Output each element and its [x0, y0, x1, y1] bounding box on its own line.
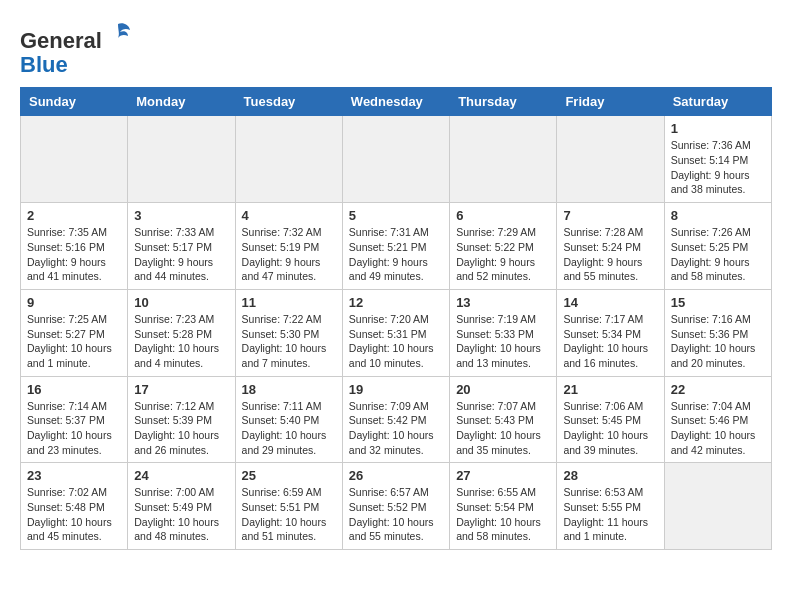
calendar-cell: 8Sunrise: 7:26 AM Sunset: 5:25 PM Daylig…	[664, 203, 771, 290]
col-header-wednesday: Wednesday	[342, 88, 449, 116]
calendar-cell: 18Sunrise: 7:11 AM Sunset: 5:40 PM Dayli…	[235, 376, 342, 463]
calendar-cell: 5Sunrise: 7:31 AM Sunset: 5:21 PM Daylig…	[342, 203, 449, 290]
day-number: 15	[671, 295, 765, 310]
calendar-cell: 21Sunrise: 7:06 AM Sunset: 5:45 PM Dayli…	[557, 376, 664, 463]
calendar-cell: 16Sunrise: 7:14 AM Sunset: 5:37 PM Dayli…	[21, 376, 128, 463]
calendar-cell	[342, 116, 449, 203]
col-header-monday: Monday	[128, 88, 235, 116]
calendar-cell: 23Sunrise: 7:02 AM Sunset: 5:48 PM Dayli…	[21, 463, 128, 550]
day-info: Sunrise: 7:35 AM Sunset: 5:16 PM Dayligh…	[27, 225, 121, 284]
day-number: 3	[134, 208, 228, 223]
day-info: Sunrise: 7:19 AM Sunset: 5:33 PM Dayligh…	[456, 312, 550, 371]
calendar-cell	[235, 116, 342, 203]
day-number: 9	[27, 295, 121, 310]
day-number: 26	[349, 468, 443, 483]
day-info: Sunrise: 7:32 AM Sunset: 5:19 PM Dayligh…	[242, 225, 336, 284]
calendar-cell: 10Sunrise: 7:23 AM Sunset: 5:28 PM Dayli…	[128, 289, 235, 376]
day-number: 14	[563, 295, 657, 310]
day-info: Sunrise: 6:53 AM Sunset: 5:55 PM Dayligh…	[563, 485, 657, 544]
day-info: Sunrise: 7:33 AM Sunset: 5:17 PM Dayligh…	[134, 225, 228, 284]
day-number: 28	[563, 468, 657, 483]
day-number: 24	[134, 468, 228, 483]
week-row-5: 23Sunrise: 7:02 AM Sunset: 5:48 PM Dayli…	[21, 463, 772, 550]
week-row-1: 1Sunrise: 7:36 AM Sunset: 5:14 PM Daylig…	[21, 116, 772, 203]
calendar-cell: 6Sunrise: 7:29 AM Sunset: 5:22 PM Daylig…	[450, 203, 557, 290]
day-info: Sunrise: 7:09 AM Sunset: 5:42 PM Dayligh…	[349, 399, 443, 458]
week-row-4: 16Sunrise: 7:14 AM Sunset: 5:37 PM Dayli…	[21, 376, 772, 463]
logo-general: General	[20, 28, 102, 53]
day-info: Sunrise: 7:36 AM Sunset: 5:14 PM Dayligh…	[671, 138, 765, 197]
calendar-cell: 9Sunrise: 7:25 AM Sunset: 5:27 PM Daylig…	[21, 289, 128, 376]
calendar-cell: 13Sunrise: 7:19 AM Sunset: 5:33 PM Dayli…	[450, 289, 557, 376]
logo-bird-icon	[104, 20, 132, 48]
calendar-cell: 24Sunrise: 7:00 AM Sunset: 5:49 PM Dayli…	[128, 463, 235, 550]
day-number: 2	[27, 208, 121, 223]
calendar-cell	[450, 116, 557, 203]
week-row-2: 2Sunrise: 7:35 AM Sunset: 5:16 PM Daylig…	[21, 203, 772, 290]
day-info: Sunrise: 7:11 AM Sunset: 5:40 PM Dayligh…	[242, 399, 336, 458]
day-info: Sunrise: 7:04 AM Sunset: 5:46 PM Dayligh…	[671, 399, 765, 458]
day-number: 25	[242, 468, 336, 483]
day-info: Sunrise: 7:22 AM Sunset: 5:30 PM Dayligh…	[242, 312, 336, 371]
calendar-cell: 20Sunrise: 7:07 AM Sunset: 5:43 PM Dayli…	[450, 376, 557, 463]
day-info: Sunrise: 6:55 AM Sunset: 5:54 PM Dayligh…	[456, 485, 550, 544]
day-number: 6	[456, 208, 550, 223]
col-header-thursday: Thursday	[450, 88, 557, 116]
calendar-cell: 26Sunrise: 6:57 AM Sunset: 5:52 PM Dayli…	[342, 463, 449, 550]
calendar-cell	[21, 116, 128, 203]
day-info: Sunrise: 7:00 AM Sunset: 5:49 PM Dayligh…	[134, 485, 228, 544]
calendar-cell: 1Sunrise: 7:36 AM Sunset: 5:14 PM Daylig…	[664, 116, 771, 203]
day-number: 1	[671, 121, 765, 136]
calendar-cell: 17Sunrise: 7:12 AM Sunset: 5:39 PM Dayli…	[128, 376, 235, 463]
day-number: 13	[456, 295, 550, 310]
day-number: 4	[242, 208, 336, 223]
calendar-cell: 22Sunrise: 7:04 AM Sunset: 5:46 PM Dayli…	[664, 376, 771, 463]
day-info: Sunrise: 7:02 AM Sunset: 5:48 PM Dayligh…	[27, 485, 121, 544]
calendar-cell: 28Sunrise: 6:53 AM Sunset: 5:55 PM Dayli…	[557, 463, 664, 550]
day-number: 18	[242, 382, 336, 397]
day-number: 11	[242, 295, 336, 310]
page-header: General Blue	[20, 20, 772, 77]
calendar-cell: 3Sunrise: 7:33 AM Sunset: 5:17 PM Daylig…	[128, 203, 235, 290]
day-number: 19	[349, 382, 443, 397]
calendar-table: SundayMondayTuesdayWednesdayThursdayFrid…	[20, 87, 772, 550]
calendar-cell: 19Sunrise: 7:09 AM Sunset: 5:42 PM Dayli…	[342, 376, 449, 463]
calendar-cell: 15Sunrise: 7:16 AM Sunset: 5:36 PM Dayli…	[664, 289, 771, 376]
col-header-friday: Friday	[557, 88, 664, 116]
calendar-cell: 7Sunrise: 7:28 AM Sunset: 5:24 PM Daylig…	[557, 203, 664, 290]
logo-blue: Blue	[20, 52, 68, 77]
day-number: 23	[27, 468, 121, 483]
col-header-tuesday: Tuesday	[235, 88, 342, 116]
day-info: Sunrise: 7:16 AM Sunset: 5:36 PM Dayligh…	[671, 312, 765, 371]
day-info: Sunrise: 7:29 AM Sunset: 5:22 PM Dayligh…	[456, 225, 550, 284]
day-number: 21	[563, 382, 657, 397]
logo: General Blue	[20, 20, 132, 77]
calendar-cell	[557, 116, 664, 203]
calendar-cell	[128, 116, 235, 203]
col-header-sunday: Sunday	[21, 88, 128, 116]
day-number: 5	[349, 208, 443, 223]
day-info: Sunrise: 7:26 AM Sunset: 5:25 PM Dayligh…	[671, 225, 765, 284]
day-number: 17	[134, 382, 228, 397]
day-info: Sunrise: 7:23 AM Sunset: 5:28 PM Dayligh…	[134, 312, 228, 371]
day-number: 16	[27, 382, 121, 397]
day-info: Sunrise: 6:59 AM Sunset: 5:51 PM Dayligh…	[242, 485, 336, 544]
day-number: 20	[456, 382, 550, 397]
col-header-saturday: Saturday	[664, 88, 771, 116]
day-number: 8	[671, 208, 765, 223]
day-info: Sunrise: 7:17 AM Sunset: 5:34 PM Dayligh…	[563, 312, 657, 371]
day-info: Sunrise: 7:28 AM Sunset: 5:24 PM Dayligh…	[563, 225, 657, 284]
calendar-cell: 11Sunrise: 7:22 AM Sunset: 5:30 PM Dayli…	[235, 289, 342, 376]
week-row-3: 9Sunrise: 7:25 AM Sunset: 5:27 PM Daylig…	[21, 289, 772, 376]
day-number: 27	[456, 468, 550, 483]
day-info: Sunrise: 7:06 AM Sunset: 5:45 PM Dayligh…	[563, 399, 657, 458]
day-info: Sunrise: 7:12 AM Sunset: 5:39 PM Dayligh…	[134, 399, 228, 458]
day-info: Sunrise: 6:57 AM Sunset: 5:52 PM Dayligh…	[349, 485, 443, 544]
calendar-cell: 25Sunrise: 6:59 AM Sunset: 5:51 PM Dayli…	[235, 463, 342, 550]
calendar-cell: 2Sunrise: 7:35 AM Sunset: 5:16 PM Daylig…	[21, 203, 128, 290]
day-number: 12	[349, 295, 443, 310]
calendar-cell: 27Sunrise: 6:55 AM Sunset: 5:54 PM Dayli…	[450, 463, 557, 550]
day-number: 7	[563, 208, 657, 223]
day-info: Sunrise: 7:20 AM Sunset: 5:31 PM Dayligh…	[349, 312, 443, 371]
calendar-cell: 14Sunrise: 7:17 AM Sunset: 5:34 PM Dayli…	[557, 289, 664, 376]
